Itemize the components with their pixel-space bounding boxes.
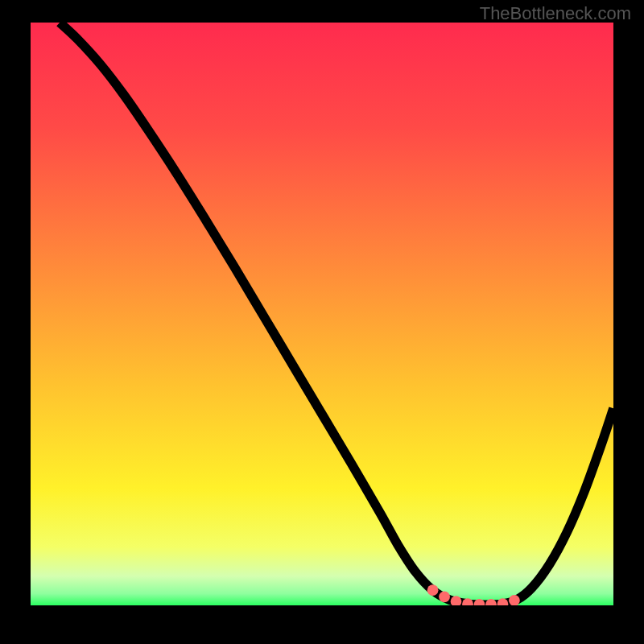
bottleneck-curve	[31, 23, 613, 605]
watermark-text: TheBottleneck.com	[480, 3, 631, 24]
chart-container: TheBottleneck.com	[0, 0, 644, 644]
min-dot	[485, 599, 497, 605]
plot-area	[31, 23, 613, 605]
min-dot	[427, 584, 439, 596]
min-dot	[439, 592, 450, 603]
